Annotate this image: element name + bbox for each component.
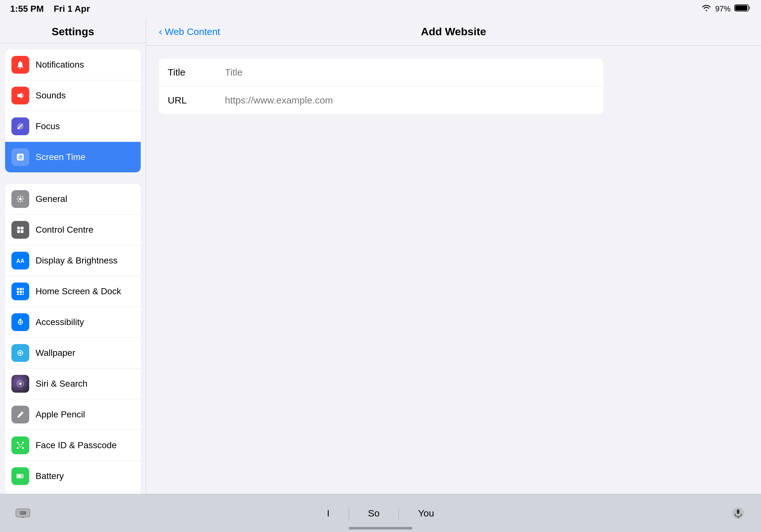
svg-rect-35 <box>22 447 24 449</box>
svg-point-31 <box>19 383 21 385</box>
keyboard-suggestions: I So You <box>35 507 726 520</box>
svg-rect-12 <box>21 230 24 233</box>
svg-rect-21 <box>20 293 22 295</box>
general-icon <box>11 190 29 208</box>
svg-rect-1 <box>735 5 747 11</box>
svg-rect-46 <box>737 509 739 514</box>
sidebar-item-sounds[interactable]: Sounds <box>5 80 141 111</box>
svg-point-28 <box>19 352 22 354</box>
svg-rect-11 <box>17 230 20 233</box>
notifications-label: Notifications <box>35 60 84 70</box>
focus-icon <box>11 118 29 135</box>
keyboard-bar: ⌨ I So You <box>0 494 761 532</box>
battery-text: 97% <box>715 4 731 13</box>
svg-rect-9 <box>17 227 20 230</box>
settings-group-2: General Control Centre <box>5 184 141 522</box>
home-screen-icon <box>11 283 29 300</box>
siri-search-label: Siri & Search <box>35 379 88 389</box>
status-time: 1:55 PM <box>10 4 44 14</box>
back-button[interactable]: ‹ Web Content <box>159 26 220 37</box>
svg-rect-34 <box>17 447 19 449</box>
back-label: Web Content <box>165 27 220 37</box>
svg-rect-40 <box>23 475 24 477</box>
sidebar-item-face-id[interactable]: Face ID & Passcode <box>5 430 141 461</box>
add-website-form: Title URL <box>159 58 604 114</box>
battery-label: Battery <box>35 471 64 481</box>
page-title: Add Website <box>421 26 486 38</box>
svg-point-3 <box>20 68 21 69</box>
wallpaper-label: Wallpaper <box>35 348 75 358</box>
svg-rect-32 <box>17 442 19 444</box>
sidebar-item-battery[interactable]: Battery <box>5 461 141 492</box>
apple-pencil-icon <box>11 406 29 423</box>
keyboard-dismiss-button[interactable]: ⌨ <box>10 504 35 523</box>
status-right: 97% <box>701 4 751 14</box>
sidebar-item-general[interactable]: General <box>5 184 141 215</box>
title-row: Title <box>159 58 604 86</box>
svg-point-36 <box>19 444 20 445</box>
sidebar-item-accessibility[interactable]: Accessibility <box>5 307 141 338</box>
sidebar-item-screen-time[interactable]: ⏱ Screen Time <box>5 142 141 172</box>
svg-rect-18 <box>20 291 22 293</box>
wifi-icon <box>701 4 712 14</box>
face-id-label: Face ID & Passcode <box>35 440 117 451</box>
sidebar-item-focus[interactable]: Focus <box>5 111 141 142</box>
title-form-label: Title <box>168 67 218 78</box>
svg-rect-15 <box>20 288 22 290</box>
right-header: ‹ Web Content Add Website <box>146 18 761 46</box>
sidebar-item-control-centre[interactable]: Control Centre <box>5 215 141 245</box>
status-date: Fri 1 Apr <box>54 4 90 14</box>
right-content: Title URL <box>146 46 761 532</box>
suggestion-word-3[interactable]: You <box>399 508 453 519</box>
svg-rect-14 <box>17 288 19 290</box>
svg-rect-22 <box>23 293 24 295</box>
screen-time-icon: ⏱ <box>11 148 29 166</box>
general-label: General <box>35 194 67 204</box>
svg-rect-17 <box>17 291 19 293</box>
sidebar-item-display-brightness[interactable]: AA Display & Brightness <box>5 245 141 276</box>
settings-group-1: Notifications Sounds <box>5 49 141 172</box>
control-centre-label: Control Centre <box>35 225 93 235</box>
svg-text:⏱: ⏱ <box>18 155 23 160</box>
sidebar-item-notifications[interactable]: Notifications <box>5 49 141 80</box>
accessibility-icon <box>11 313 29 331</box>
suggestion-word-2[interactable]: So <box>349 508 399 519</box>
svg-rect-33 <box>22 442 24 444</box>
suggestion-word-1[interactable]: I <box>308 508 348 519</box>
svg-rect-10 <box>21 227 24 230</box>
svg-text:AA: AA <box>16 258 25 264</box>
control-centre-icon <box>11 221 29 239</box>
microphone-button[interactable] <box>726 504 751 523</box>
sounds-label: Sounds <box>35 90 66 101</box>
home-indicator <box>349 527 412 529</box>
main-layout: Settings Notifications <box>0 18 761 532</box>
status-time-date: 1:55 PM Fri 1 Apr <box>10 4 90 14</box>
sidebar-item-siri-search[interactable]: Siri & Search <box>5 369 141 399</box>
battery-settings-icon <box>11 467 29 485</box>
sidebar-item-apple-pencil[interactable]: Apple Pencil <box>5 399 141 430</box>
face-id-icon <box>11 437 29 454</box>
apple-pencil-label: Apple Pencil <box>35 409 85 420</box>
svg-point-5 <box>18 127 19 129</box>
sounds-icon <box>11 87 29 104</box>
title-input[interactable] <box>218 67 595 78</box>
url-input[interactable] <box>218 95 595 106</box>
battery-icon <box>734 4 751 14</box>
focus-label: Focus <box>35 121 60 132</box>
svg-rect-20 <box>17 293 19 295</box>
status-bar: 1:55 PM Fri 1 Apr 97% <box>0 0 761 18</box>
sidebar-content: Notifications Sounds <box>0 43 146 532</box>
sidebar-item-home-screen[interactable]: Home Screen & Dock <box>5 276 141 307</box>
sidebar-header: Settings <box>0 18 146 43</box>
svg-rect-19 <box>23 291 24 293</box>
sidebar-title: Settings <box>10 26 136 38</box>
siri-search-icon <box>11 375 29 393</box>
sidebar-item-wallpaper[interactable]: Wallpaper <box>5 338 141 369</box>
svg-marker-4 <box>18 92 22 99</box>
svg-text:⌨: ⌨ <box>20 510 26 515</box>
svg-point-37 <box>21 444 22 445</box>
home-screen-label: Home Screen & Dock <box>35 286 121 296</box>
status-icons: 97% <box>701 4 751 14</box>
wallpaper-icon <box>11 344 29 362</box>
screen-time-label: Screen Time <box>35 152 86 162</box>
